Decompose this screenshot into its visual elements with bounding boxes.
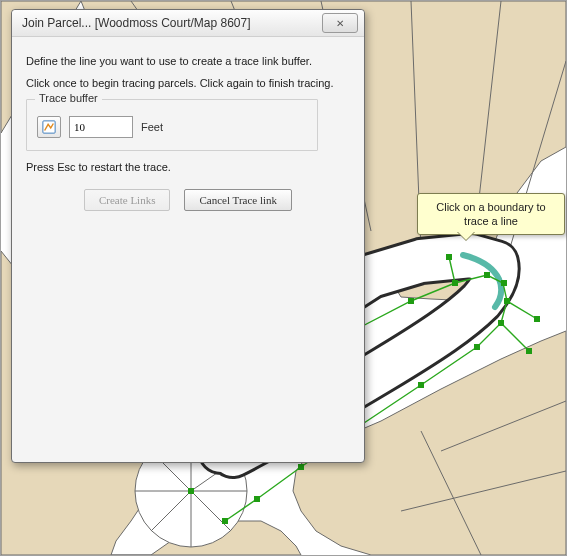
instruction-line-1: Define the line you want to use to creat… (26, 55, 350, 67)
trace-buffer-legend: Trace buffer (35, 92, 102, 104)
app-stage: Click on a boundary to trace a line Join… (0, 0, 567, 556)
close-icon: ✕ (336, 18, 344, 29)
svg-rect-41 (446, 254, 452, 260)
svg-rect-42 (43, 121, 55, 133)
svg-rect-35 (418, 382, 424, 388)
svg-rect-30 (504, 298, 510, 304)
svg-rect-38 (254, 496, 260, 502)
svg-rect-40 (188, 488, 194, 494)
trace-buffer-input[interactable] (69, 116, 133, 138)
svg-rect-37 (298, 464, 304, 470)
trace-buffer-unit: Feet (141, 121, 163, 133)
dialog-button-row: Create Links Cancel Trace link (26, 189, 350, 211)
trace-tool-button[interactable] (37, 116, 61, 138)
trace-tool-icon (42, 120, 56, 134)
svg-rect-39 (222, 518, 228, 524)
trace-buffer-group: Trace buffer Feet (26, 99, 318, 151)
svg-rect-27 (452, 280, 458, 286)
dialog-titlebar[interactable]: Join Parcel... [Woodmoss Court/Map 8607]… (12, 10, 364, 37)
trace-tooltip-text: Click on a boundary to trace a line (436, 201, 545, 227)
svg-rect-29 (501, 280, 507, 286)
trace-tooltip: Click on a boundary to trace a line (417, 193, 565, 235)
svg-rect-28 (484, 272, 490, 278)
svg-rect-34 (526, 348, 532, 354)
esc-hint: Press Esc to restart the trace. (26, 161, 350, 173)
svg-rect-32 (474, 344, 480, 350)
svg-rect-31 (498, 320, 504, 326)
svg-rect-26 (408, 298, 414, 304)
dialog-title: Join Parcel... [Woodmoss Court/Map 8607] (22, 16, 322, 30)
instruction-line-2: Click once to begin tracing parcels. Cli… (26, 77, 350, 89)
svg-rect-33 (534, 316, 540, 322)
close-button[interactable]: ✕ (322, 13, 358, 33)
cancel-trace-link-button[interactable]: Cancel Trace link (184, 189, 292, 211)
create-links-button[interactable]: Create Links (84, 189, 171, 211)
dialog-body: Define the line you want to use to creat… (12, 37, 364, 219)
join-parcels-dialog: Join Parcel... [Woodmoss Court/Map 8607]… (11, 9, 365, 463)
